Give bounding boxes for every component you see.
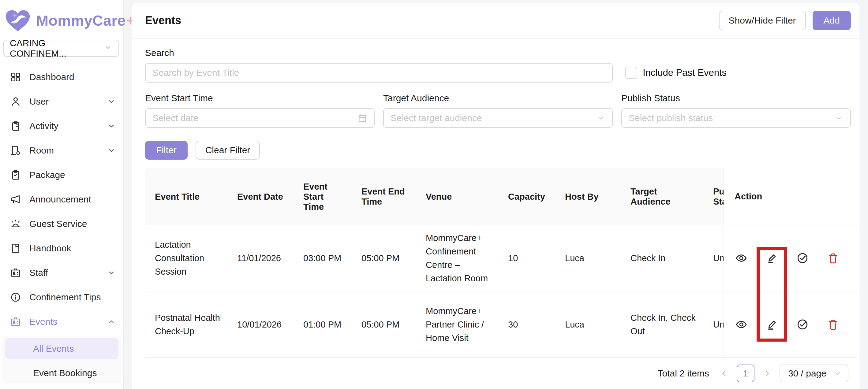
- sidebar-item-dashboard[interactable]: Dashboard: [0, 65, 123, 89]
- filter-button[interactable]: Filter: [145, 141, 188, 160]
- brand-logo: MommyCare+: [0, 0, 123, 38]
- edit-pencil-icon[interactable]: [765, 318, 779, 331]
- target-audience-label: Target Audience: [383, 93, 613, 103]
- chevron-down-icon: [107, 269, 115, 277]
- date-picker-placeholder: Select date: [152, 113, 198, 123]
- column-header-venue: Venue: [416, 168, 498, 225]
- chevron-down-icon: [104, 43, 112, 54]
- cell-end-time: 05:00 PM: [352, 291, 416, 357]
- sidebar-item-label: Room: [29, 145, 107, 156]
- package-icon: [10, 169, 22, 181]
- target-audience-placeholder: Select target audience: [391, 113, 482, 123]
- search-label: Search: [145, 48, 851, 58]
- cell-target-audience: Check In, Check Out: [621, 291, 703, 357]
- sidebar: MommyCare+ CARING CONFINEM... Dashboard …: [0, 0, 124, 389]
- page-size-select[interactable]: 30 / page: [779, 364, 848, 382]
- heart-hand-logo-icon: [4, 8, 31, 33]
- sidebar-item-guest-service[interactable]: Guest Service: [0, 212, 123, 236]
- filter-panel: Search Include Past Events Event Start T…: [132, 38, 860, 160]
- event-start-time-label: Event Start Time: [145, 93, 375, 103]
- submenu-item-event-bookings[interactable]: Event Bookings: [5, 363, 119, 384]
- event-start-time-date-picker[interactable]: Select date: [145, 108, 375, 128]
- column-header-event-title: Event Title: [145, 168, 227, 225]
- sidebar-item-confinement-tips[interactable]: Confinement Tips: [0, 285, 123, 310]
- next-page-icon[interactable]: [761, 369, 773, 378]
- sidebar-item-room[interactable]: Room: [0, 138, 123, 163]
- sidebar-item-activity[interactable]: Activity: [0, 114, 123, 138]
- activity-icon: [10, 120, 22, 132]
- sidebar-item-staff[interactable]: Staff: [0, 261, 123, 285]
- view-eye-icon[interactable]: [735, 251, 748, 265]
- calendar-icon: [358, 113, 367, 123]
- add-button[interactable]: Add: [813, 11, 851, 30]
- search-input[interactable]: [145, 63, 613, 83]
- guest-service-icon: [10, 218, 22, 230]
- target-audience-select[interactable]: Select target audience: [383, 108, 613, 128]
- card-header: Events Show/Hide Filter Add: [132, 3, 860, 38]
- info-icon: [10, 291, 22, 303]
- publish-check-circle-icon[interactable]: [796, 251, 809, 265]
- events-table: Event Title Event Date Event Start Time …: [145, 168, 857, 358]
- action-cell-row-1: [724, 225, 857, 291]
- sidebar-item-label: Staff: [29, 268, 107, 278]
- sidebar-item-announcement[interactable]: Announcement: [0, 187, 123, 212]
- chevron-down-icon: [107, 147, 115, 155]
- clear-filter-button[interactable]: Clear Filter: [195, 141, 260, 160]
- page-title: Events: [145, 14, 181, 27]
- brand-name: MommyCare: [36, 12, 126, 29]
- chevron-down-icon: [596, 114, 606, 123]
- cell-event-date: 10/01/2026: [227, 291, 293, 357]
- handbook-icon: [10, 242, 22, 254]
- company-selector[interactable]: CARING CONFINEM...: [3, 40, 119, 57]
- sidebar-item-user[interactable]: User: [0, 89, 123, 114]
- sidebar-item-handbook[interactable]: Handbook: [0, 236, 123, 261]
- user-icon: [10, 96, 22, 107]
- submenu-item-all-events[interactable]: All Events: [5, 338, 119, 359]
- main-content: Events Show/Hide Filter Add Search Inclu…: [124, 0, 868, 389]
- publish-check-circle-icon[interactable]: [796, 318, 809, 331]
- edit-pencil-icon[interactable]: [765, 251, 779, 265]
- sidebar-item-label: Handbook: [29, 243, 115, 254]
- chevron-up-icon: [107, 318, 115, 326]
- company-selector-value: CARING CONFINEM...: [10, 38, 104, 59]
- action-fixed-column: Action: [723, 168, 857, 358]
- publish-status-placeholder: Select publish status: [629, 113, 713, 123]
- cell-end-time: 05:00 PM: [352, 225, 416, 291]
- page-size-value: 30 / page: [788, 368, 826, 379]
- cell-capacity: 10: [498, 225, 555, 291]
- delete-trash-icon[interactable]: [826, 318, 840, 331]
- cell-event-date: 11/01/2026: [227, 225, 293, 291]
- cell-venue: MommyCare+ Partner Clinic / Home Visit: [416, 291, 498, 357]
- cell-start-time: 01:00 PM: [293, 291, 352, 357]
- include-past-events-checkbox[interactable]: [625, 67, 637, 79]
- pagination-total: Total 2 items: [657, 368, 709, 379]
- sidebar-item-label: Activity: [29, 121, 107, 131]
- column-header-host-by: Host By: [555, 168, 621, 225]
- publish-status-select[interactable]: Select publish status: [621, 108, 851, 128]
- delete-trash-icon[interactable]: [826, 251, 840, 265]
- dashboard-icon: [10, 71, 22, 83]
- page-number-button[interactable]: 1: [737, 364, 754, 382]
- show-hide-filter-button[interactable]: Show/Hide Filter: [719, 11, 806, 30]
- previous-page-icon[interactable]: [718, 369, 731, 378]
- sidebar-menu: Dashboard User Activity Room Package Ann…: [0, 65, 123, 384]
- include-past-events-checkbox-group[interactable]: Include Past Events: [625, 67, 726, 79]
- sidebar-item-package[interactable]: Package: [0, 163, 123, 187]
- column-header-action: Action: [724, 168, 857, 225]
- sidebar-item-label: Package: [29, 170, 115, 180]
- submenu-item-label: All Events: [33, 344, 74, 354]
- announcement-icon: [10, 194, 22, 205]
- cell-start-time: 03:00 PM: [293, 225, 352, 291]
- events-icon: [10, 316, 22, 327]
- events-card: Events Show/Hide Filter Add Search Inclu…: [132, 3, 860, 389]
- sidebar-item-label: Dashboard: [29, 72, 115, 82]
- sidebar-item-events[interactable]: Events: [0, 310, 123, 334]
- publish-status-label: Publish Status: [621, 93, 851, 103]
- column-header-event-end-time: Event End Time: [352, 168, 416, 225]
- events-submenu: All Events Event Bookings: [2, 336, 122, 384]
- chevron-down-icon: [834, 369, 842, 377]
- submenu-item-label: Event Bookings: [33, 368, 97, 378]
- column-header-capacity: Capacity: [498, 168, 555, 225]
- sidebar-item-label: Announcement: [29, 194, 115, 204]
- view-eye-icon[interactable]: [735, 318, 748, 331]
